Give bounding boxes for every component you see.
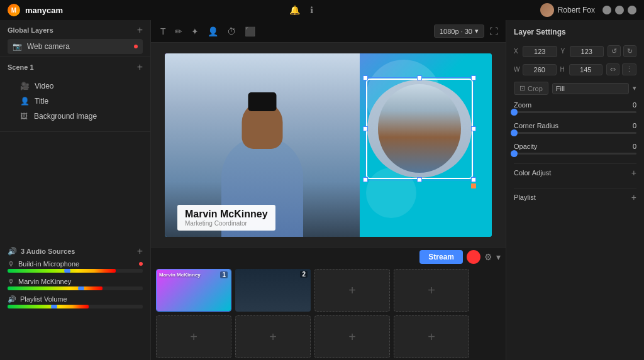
size-row: W H ⇔ ⋮ bbox=[514, 63, 636, 75]
zoom-label: Zoom bbox=[514, 101, 531, 109]
crop-icon: ⊡ bbox=[519, 84, 525, 92]
person-name: Marvin McKinney bbox=[185, 209, 268, 220]
opacity-slider-track[interactable] bbox=[514, 153, 636, 155]
canvas[interactable]: Marvin McKinney Marketing Coordinator bbox=[165, 53, 492, 237]
add-scene-layer-button[interactable]: + bbox=[137, 62, 143, 72]
audio-person-icon: 🎙 bbox=[8, 278, 14, 285]
w-label: W bbox=[514, 66, 520, 73]
background-icon: 🖼 bbox=[20, 112, 29, 121]
h-label: H bbox=[560, 66, 567, 73]
scene1-section: Scene 1 + 🎥 Video 👤 Title 🖼 Background i… bbox=[0, 57, 150, 132]
w-field: W bbox=[514, 64, 557, 75]
crop-button[interactable]: ⊡ Crop bbox=[514, 82, 548, 95]
scene-thumb-2[interactable]: 2 bbox=[235, 269, 311, 312]
color-adjust-add-icon: + bbox=[631, 168, 636, 178]
add-scene-icon-6: + bbox=[428, 330, 435, 344]
info-icon[interactable]: ℹ bbox=[308, 4, 316, 16]
right-panel: Layer Settings X Y ↺ ↻ W H bbox=[506, 20, 644, 360]
reset-position-button[interactable]: ↺ bbox=[608, 45, 621, 57]
text-tool[interactable]: T bbox=[158, 25, 168, 38]
layer-item-webcam[interactable]: 📷 Web camera bbox=[8, 39, 143, 54]
layer-item-label: Web camera bbox=[27, 42, 129, 51]
color-adjust-label: Color Adjust bbox=[514, 169, 551, 177]
scene-add-button-1[interactable]: + bbox=[314, 269, 390, 312]
scene-add-button-6[interactable]: + bbox=[394, 315, 469, 358]
corner-radius-slider-track[interactable] bbox=[514, 132, 636, 134]
fullscreen-button[interactable]: ⛶ bbox=[489, 26, 498, 36]
layer-item-video[interactable]: 🎥 Video bbox=[15, 79, 135, 94]
bell-icon[interactable]: 🔔 bbox=[287, 4, 303, 16]
expand-icon[interactable]: ▾ bbox=[496, 252, 501, 262]
corner-radius-value: 0 bbox=[633, 122, 636, 129]
add-global-layer-button[interactable]: + bbox=[137, 25, 143, 35]
layer-label-video: Video bbox=[35, 82, 130, 90]
scene-add-button-5[interactable]: + bbox=[314, 315, 390, 358]
maximize-button[interactable] bbox=[615, 6, 624, 14]
audio-bar-marvin[interactable] bbox=[8, 286, 143, 290]
crop-label: Crop bbox=[528, 85, 543, 92]
x-input[interactable] bbox=[523, 46, 557, 57]
zoom-value: 0 bbox=[633, 101, 636, 109]
app-name: manycam bbox=[25, 6, 63, 15]
scene1-preview-image: Marvin McKinney bbox=[157, 270, 231, 311]
audio-item-marvin: 🎙 Marvin McKinney bbox=[8, 278, 143, 290]
speaker-icon: 🔊 bbox=[8, 247, 17, 256]
add-audio-button[interactable]: + bbox=[137, 246, 143, 256]
minimize-button[interactable] bbox=[602, 6, 611, 14]
scene-thumb-1[interactable]: Marvin McKinney 1 bbox=[156, 269, 231, 312]
fill-select[interactable]: Fill Fit Stretch bbox=[552, 83, 629, 94]
global-layers-section: Global Layers + 📷 Web camera bbox=[0, 20, 150, 57]
resolution-selector[interactable]: 1080p · 30 ▾ bbox=[434, 25, 484, 38]
audio-bar-mic[interactable] bbox=[8, 269, 143, 273]
titlebar-right: Robert Fox bbox=[540, 3, 636, 17]
layer-item-title[interactable]: 👤 Title bbox=[15, 94, 135, 109]
size-option-button[interactable]: ⋮ bbox=[622, 63, 636, 75]
opacity-value: 0 bbox=[633, 143, 636, 150]
main-layout: Global Layers + 📷 Web camera Scene 1 + 🎥… bbox=[0, 20, 644, 360]
link-size-button[interactable]: ⇔ bbox=[606, 63, 619, 75]
scene1-header: Scene 1 + bbox=[8, 62, 143, 72]
record-button[interactable] bbox=[467, 250, 480, 264]
size-actions: ⇔ ⋮ bbox=[606, 63, 636, 75]
playlist-row[interactable]: Playlist + bbox=[514, 188, 636, 206]
output-settings-icon[interactable]: ⚙ bbox=[484, 252, 492, 262]
audio-bar-playlist[interactable] bbox=[8, 305, 143, 308]
audio-label-marvin: Marvin McKinney bbox=[18, 278, 143, 285]
scene-items: 🎥 Video 👤 Title 🖼 Background image bbox=[8, 76, 143, 126]
pip-video[interactable] bbox=[366, 79, 473, 179]
audio-item-microphone: 🎙 Build-in Microphone bbox=[8, 260, 143, 273]
mic-icon: 🎙 bbox=[8, 260, 14, 268]
layer-settings-title: Layer Settings bbox=[514, 28, 636, 36]
resolution-label: 1080p · 30 bbox=[440, 28, 472, 35]
person-tool[interactable]: 👤 bbox=[206, 25, 220, 38]
toolbar-tools: T ✏ ✦ 👤 ⏱ ⬛ bbox=[158, 25, 257, 38]
audio-active-dot bbox=[139, 262, 143, 266]
magic-tool[interactable]: ✦ bbox=[189, 25, 201, 38]
zoom-slider-track[interactable] bbox=[514, 111, 636, 113]
flip-position-button[interactable]: ↻ bbox=[623, 45, 636, 57]
h-input[interactable] bbox=[569, 64, 603, 75]
layer-active-dot bbox=[134, 45, 138, 48]
left-panel: Global Layers + 📷 Web camera Scene 1 + 🎥… bbox=[0, 20, 151, 360]
scene-add-button-4[interactable]: + bbox=[235, 315, 311, 358]
w-input[interactable] bbox=[523, 64, 557, 75]
color-adjust-row[interactable]: Color Adjust + bbox=[514, 163, 636, 182]
timer-tool[interactable]: ⏱ bbox=[225, 25, 238, 38]
playlist-label: Playlist bbox=[514, 194, 536, 201]
main-toolbar: T ✏ ✦ 👤 ⏱ ⬛ 1080p · 30 ▾ ⛶ bbox=[151, 20, 506, 43]
x-field: X bbox=[514, 46, 557, 57]
scene-add-button-2[interactable]: + bbox=[394, 269, 469, 312]
global-layers-header: Global Layers + bbox=[8, 25, 143, 35]
y-input[interactable] bbox=[570, 46, 604, 57]
scene-add-button-3[interactable]: + bbox=[156, 315, 231, 358]
layer-item-background[interactable]: 🖼 Background image bbox=[15, 109, 135, 124]
stream-button[interactable]: Stream bbox=[419, 250, 463, 264]
grid-tool[interactable]: ⬛ bbox=[243, 25, 257, 38]
layer-label-background: Background image bbox=[34, 112, 130, 121]
x-label: X bbox=[514, 48, 520, 55]
h-field: H bbox=[560, 64, 603, 75]
pen-tool[interactable]: ✏ bbox=[173, 25, 184, 38]
audio-label-playlist: Playlist Volume bbox=[20, 295, 143, 303]
window-controls[interactable] bbox=[602, 6, 636, 14]
close-button[interactable] bbox=[628, 6, 636, 14]
